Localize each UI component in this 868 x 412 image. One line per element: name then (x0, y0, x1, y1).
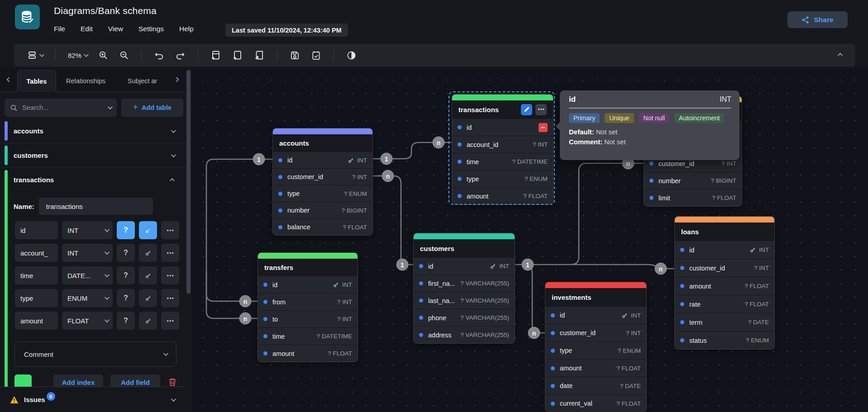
canvas-table-transfers[interactable]: transfersidINTfrom? INTto? INTtime? DATE… (258, 252, 358, 362)
field-row[interactable]: number? BIGINT (273, 202, 372, 218)
field-row[interactable]: idINT (675, 241, 774, 259)
zoom-out-button[interactable] (117, 48, 131, 62)
field-row[interactable]: amount? FLOAT (545, 359, 646, 377)
sidebar-scrollbar[interactable] (186, 70, 191, 294)
nullable-toggle[interactable]: ? (117, 289, 135, 307)
menu-help[interactable]: Help (179, 25, 194, 33)
table-options-button[interactable]: ⋯ (535, 104, 547, 115)
field-row[interactable]: customer_id? INT (545, 324, 646, 341)
field-row[interactable]: to? INT (258, 310, 358, 327)
delete-table-icon[interactable] (167, 377, 177, 387)
chevron-up-icon[interactable] (170, 178, 175, 183)
add-table-button[interactable]: + Add table (121, 99, 183, 117)
primary-key-toggle[interactable] (139, 266, 157, 284)
tabs-scroll-left-icon[interactable] (6, 77, 11, 82)
canvas-table-loans[interactable]: loansidINTcustomer_id? INTamount? FLOATr… (674, 216, 775, 350)
add-note-tool-button[interactable] (252, 48, 267, 62)
tab-tables[interactable]: Tables (17, 70, 56, 92)
sidebar-item-accounts[interactable]: accounts (0, 119, 186, 143)
sidebar-item-transactions[interactable]: transactions Name: transactions idINT?⋯a… (0, 168, 186, 398)
field-row[interactable]: idINT (258, 276, 358, 293)
theme-toggle-button[interactable] (344, 48, 359, 62)
primary-key-toggle[interactable] (139, 312, 157, 330)
field-options-button[interactable]: ⋯ (161, 244, 179, 262)
field-row[interactable]: idINT (414, 257, 515, 275)
field-type-select[interactable]: FLOAT (62, 312, 113, 330)
tab-relationships[interactable]: Relationships (60, 70, 112, 92)
field-row[interactable]: last_na...? VARCHAR(255) (414, 292, 515, 309)
add-table-tool-button[interactable] (208, 48, 224, 62)
field-row[interactable]: type? ENUM (452, 170, 553, 187)
field-row[interactable]: amount? FLOAT (258, 345, 358, 362)
sidebar-item-customers[interactable]: customers (0, 143, 186, 168)
field-row[interactable]: account_id? INT (452, 136, 553, 153)
field-type-select[interactable]: DATE... (62, 266, 113, 284)
tabs-scroll-right-icon[interactable] (174, 77, 179, 82)
add-area-tool-button[interactable] (230, 48, 245, 62)
field-row[interactable]: first_na...? VARCHAR(255) (414, 275, 515, 292)
todo-button[interactable] (309, 48, 324, 62)
field-row[interactable]: time? DATETIME (258, 327, 358, 345)
field-row[interactable]: customer_id? INT (273, 168, 372, 185)
save-button[interactable] (287, 48, 302, 62)
primary-key-toggle[interactable] (139, 289, 157, 307)
chevron-down-icon[interactable] (171, 128, 176, 133)
nullable-toggle[interactable]: ? (117, 312, 135, 330)
delete-field-button[interactable]: − (539, 123, 548, 132)
zoom-in-button[interactable] (96, 48, 110, 62)
field-options-button[interactable]: ⋯ (161, 289, 179, 307)
field-row[interactable]: current_val? FLOAT (545, 394, 646, 412)
field-row[interactable]: customer_id? INT (675, 259, 774, 277)
edit-table-button[interactable] (521, 104, 532, 115)
field-row[interactable]: idINT (273, 152, 372, 168)
field-row[interactable]: number? BIGINT (644, 172, 742, 189)
app-logo[interactable] (15, 5, 40, 29)
field-row[interactable]: time? DATETIME (452, 153, 553, 170)
canvas-table-customers[interactable]: customersidINTfirst_na...? VARCHAR(255)l… (413, 233, 515, 344)
field-row[interactable]: type? ENUM (273, 185, 372, 202)
chevron-down-icon[interactable] (171, 152, 176, 157)
field-row[interactable]: limit? FLOAT (644, 189, 742, 206)
field-options-button[interactable]: ⋯ (161, 266, 179, 284)
field-row[interactable]: balance? FLOAT (273, 218, 372, 235)
field-options-button[interactable]: ⋯ (161, 312, 179, 330)
field-name-input[interactable]: account_ (15, 244, 58, 262)
nullable-toggle[interactable]: ? (117, 221, 135, 239)
field-row[interactable]: term? DATE (675, 313, 774, 331)
field-row[interactable]: address? VARCHAR(255) (414, 326, 515, 343)
field-name-input[interactable]: amount (15, 312, 58, 330)
view-mode-button[interactable] (25, 48, 45, 62)
nullable-toggle[interactable]: ? (117, 266, 135, 284)
menu-view[interactable]: View (108, 25, 123, 33)
comment-section[interactable]: Comment (14, 341, 176, 367)
tab-subject-areas[interactable]: Subject ar (121, 70, 172, 92)
primary-key-toggle[interactable] (139, 221, 157, 239)
field-type-select[interactable]: INT (62, 221, 113, 239)
field-name-input[interactable]: type (15, 289, 58, 307)
field-type-select[interactable]: ENUM (62, 289, 113, 307)
undo-button[interactable] (152, 48, 167, 62)
field-row[interactable]: status? ENUM (675, 331, 774, 349)
field-name-input[interactable]: time (15, 266, 58, 284)
table-name-input[interactable]: transactions (39, 198, 153, 215)
field-row[interactable]: rate? FLOAT (675, 295, 774, 313)
menu-settings[interactable]: Settings (138, 25, 164, 33)
field-row[interactable]: amount? FLOAT (452, 187, 553, 204)
canvas-table-accounts[interactable]: accountsidINTcustomer_id? INTtype? ENUMn… (272, 128, 373, 236)
field-row[interactable]: type? ENUM (545, 341, 646, 359)
field-row[interactable]: date? DATE (545, 377, 646, 394)
field-name-input[interactable]: id (15, 221, 58, 239)
field-row[interactable]: idINT (545, 306, 646, 324)
canvas-table-transactions[interactable]: transactions⋯id−account_id? INTtime? DAT… (452, 94, 553, 205)
canvas-table-investments[interactable]: investmentsidINTcustomer_id? INTtype? EN… (545, 282, 647, 412)
toolbar-collapse-chevron[interactable] (838, 53, 843, 58)
issues-bar[interactable]: Issues 0 (0, 387, 186, 412)
search-input[interactable]: Search... (5, 99, 117, 117)
field-type-select[interactable]: INT (62, 244, 113, 262)
zoom-level-select[interactable]: 82% (66, 50, 90, 61)
primary-key-toggle[interactable] (139, 244, 157, 262)
menu-edit[interactable]: Edit (81, 25, 93, 33)
chevron-down-icon[interactable] (171, 396, 176, 401)
field-row[interactable]: phone? VARCHAR(255) (414, 309, 515, 326)
field-row[interactable]: id− (452, 118, 553, 136)
